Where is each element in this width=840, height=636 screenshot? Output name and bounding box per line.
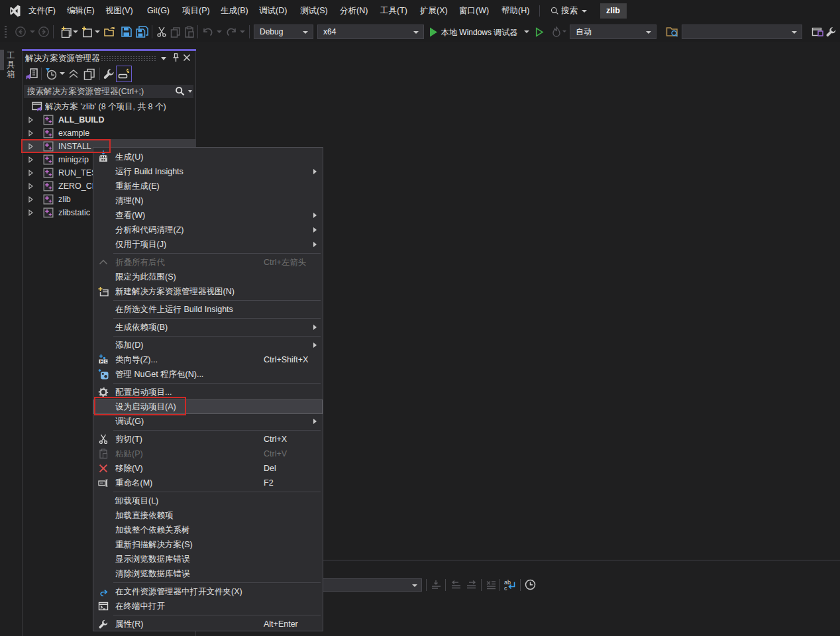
svg-text:c: c xyxy=(504,585,507,592)
svg-text:F: F xyxy=(100,359,103,364)
svg-text:C: C xyxy=(105,359,108,364)
